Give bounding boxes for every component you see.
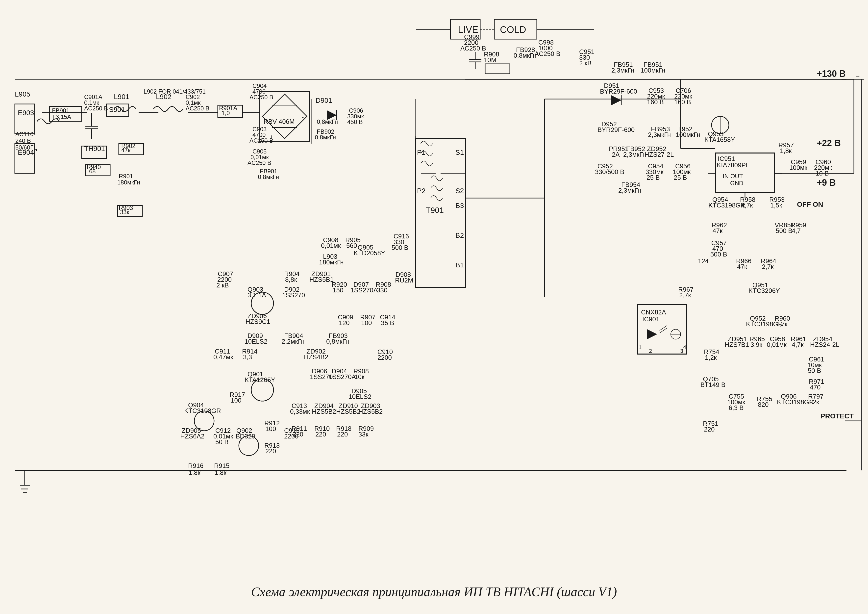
svg-text:470: 470 <box>810 383 820 391</box>
svg-text:L901: L901 <box>114 93 129 101</box>
svg-text:100: 100 <box>231 397 241 404</box>
svg-text:P2: P2 <box>417 187 425 195</box>
svg-text:RU2M: RU2M <box>395 276 413 284</box>
svg-text:220: 220 <box>293 431 303 438</box>
svg-text:HZS5B1: HZS5B1 <box>309 276 334 283</box>
svg-text:AC110-: AC110- <box>16 131 36 137</box>
svg-text:25 B: 25 B <box>674 174 687 181</box>
svg-text:0,8мкГн: 0,8мкГн <box>315 134 336 141</box>
svg-text:1,8к: 1,8к <box>215 469 226 476</box>
svg-text:500 B: 500 B <box>392 244 408 251</box>
svg-text:1,8к: 1,8к <box>780 147 792 155</box>
svg-text:KTA1658Y: KTA1658Y <box>704 136 735 143</box>
svg-text:500 B: 500 B <box>776 227 792 234</box>
svg-text:AC250 B: AC250 B <box>84 105 108 112</box>
svg-text:1,5к: 1,5к <box>770 202 782 209</box>
svg-text:HZS5B2: HZS5B2 <box>358 408 383 415</box>
svg-text:KIA7809PI: KIA7809PI <box>717 161 747 169</box>
svg-text:100мк: 100мк <box>789 164 808 171</box>
svg-text:CNX82A: CNX82A <box>641 309 666 316</box>
svg-text:150: 150 <box>333 287 343 294</box>
svg-text:120: 120 <box>339 319 349 327</box>
svg-text:100мкГн: 100мкГн <box>676 131 701 138</box>
svg-text:0,01мк: 0,01мк <box>321 242 341 249</box>
svg-text:T3,15A: T3,15A <box>52 113 71 120</box>
svg-text:0,8мкГн: 0,8мкГн <box>317 118 338 125</box>
svg-text:1: 1 <box>639 344 642 350</box>
svg-text:2 кВ: 2 кВ <box>579 59 592 67</box>
svg-text:50 B: 50 B <box>215 438 229 446</box>
schematic-container: LIVE COLD E903 E904 L905 FB901 <box>0 0 868 614</box>
svg-text:AC250 B: AC250 B <box>460 45 486 52</box>
svg-marker-228 <box>647 329 657 339</box>
svg-text:D901: D901 <box>316 96 332 104</box>
svg-text:25 B: 25 B <box>646 174 660 181</box>
svg-text:IN  OUT: IN OUT <box>723 173 743 180</box>
svg-text:0,33мк: 0,33мк <box>290 408 310 415</box>
svg-rect-5 <box>15 104 35 134</box>
svg-text:S2: S2 <box>456 187 464 195</box>
svg-text:-: - <box>302 114 304 120</box>
svg-text:1SS270: 1SS270 <box>282 291 305 299</box>
svg-text:HZS7B1: HZS7B1 <box>725 341 749 348</box>
svg-text:TH901: TH901 <box>84 145 105 152</box>
svg-text:0,01мк: 0,01мк <box>767 341 787 348</box>
page: LIVE COLD E903 E904 L905 FB901 <box>0 0 868 614</box>
svg-text:AC250 B: AC250 B <box>250 137 273 144</box>
svg-marker-48 <box>262 94 307 139</box>
svg-text:180мкГн: 180мкГн <box>117 179 140 186</box>
svg-text:10ELS2: 10ELS2 <box>349 393 372 400</box>
svg-text:L905: L905 <box>15 90 30 98</box>
svg-text:BT149 B: BT149 B <box>701 381 725 388</box>
svg-text:HZS27-2L: HZS27-2L <box>645 151 674 158</box>
svg-text:4,7к: 4,7к <box>792 341 804 348</box>
svg-marker-113 <box>611 95 621 105</box>
svg-text:33к: 33к <box>120 209 129 216</box>
svg-text:0,8мкГн: 0,8мкГн <box>326 338 349 345</box>
svg-line-231 <box>660 328 667 333</box>
svg-text:KTC3198GR: KTC3198GR <box>184 407 221 414</box>
svg-text:220: 220 <box>337 431 348 438</box>
svg-text:R915: R915 <box>214 462 229 470</box>
svg-text:2,3мкГн: 2,3мкГн <box>618 187 641 194</box>
svg-text:2A: 2A <box>612 151 620 158</box>
svg-text:100: 100 <box>361 319 372 327</box>
svg-text:T901: T901 <box>426 206 444 215</box>
svg-text:0,8мкГн: 0,8мкГн <box>258 174 279 180</box>
svg-text:1,8к: 1,8к <box>189 469 200 476</box>
svg-text:1,2к: 1,2к <box>705 354 717 361</box>
svg-text:HZS9C1: HZS9C1 <box>245 318 270 325</box>
svg-text:820: 820 <box>758 401 769 408</box>
svg-text:R901: R901 <box>119 173 133 180</box>
svg-text:+9 B: +9 B <box>817 178 836 188</box>
svg-text:220: 220 <box>704 426 715 433</box>
svg-text:+22 B: +22 B <box>817 138 841 148</box>
svg-text:B1: B1 <box>456 261 464 269</box>
svg-text:330/500 B: 330/500 B <box>595 168 625 175</box>
svg-text:124: 124 <box>698 257 708 265</box>
svg-text:2200: 2200 <box>377 354 392 361</box>
svg-text:180мкГн: 180мкГн <box>319 259 344 266</box>
svg-text:+130 B: +130 B <box>817 68 846 79</box>
svg-text:0,8мкГн: 0,8мкГн <box>513 52 536 59</box>
svg-text:3,3: 3,3 <box>243 353 252 361</box>
svg-text:10M: 10M <box>484 56 496 64</box>
svg-text:AC250 B: AC250 B <box>248 160 271 166</box>
svg-text:BYR29F-600: BYR29F-600 <box>597 126 635 133</box>
svg-text:HZS4B2: HZS4B2 <box>304 353 328 361</box>
svg-text:47к: 47к <box>737 263 747 270</box>
svg-text:4,7к: 4,7к <box>776 320 787 328</box>
svg-text:→: → <box>855 73 860 79</box>
svg-text:B3: B3 <box>456 202 464 209</box>
svg-text:1SS270A: 1SS270A <box>329 373 356 380</box>
svg-text:220: 220 <box>315 431 326 438</box>
svg-text:2,3мкГн: 2,3мкГн <box>623 151 646 158</box>
svg-text:HZS6A2: HZS6A2 <box>180 433 205 440</box>
svg-text:KTC3198GR: KTC3198GR <box>708 202 745 209</box>
svg-text:35 B: 35 B <box>381 319 394 327</box>
schematic-title: Схема электрическая принципиальная ИП ТВ… <box>251 585 617 599</box>
svg-text:IC901: IC901 <box>642 315 659 323</box>
svg-text:KTD2058Y: KTD2058Y <box>354 249 385 257</box>
svg-text:33к: 33к <box>358 431 369 438</box>
svg-text:240 B: 240 B <box>16 137 31 144</box>
